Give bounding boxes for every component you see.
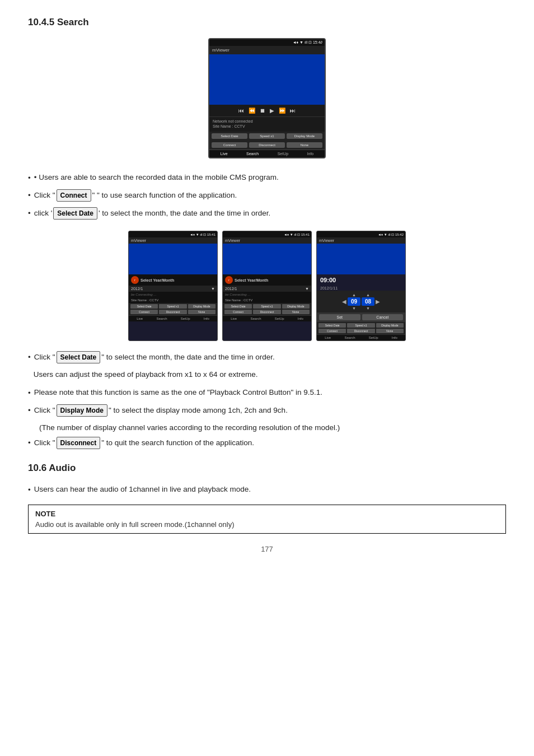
p1-btn-row1: Select Date Speed x1 Display Mode bbox=[129, 303, 217, 310]
display-mode-btn[interactable]: Display Mode bbox=[287, 133, 322, 139]
p3-nav-search[interactable]: Search bbox=[344, 336, 355, 339]
p3-hour-down[interactable]: ▼ bbox=[352, 306, 356, 310]
section2-text: Users can hear the audio of 1channel in … bbox=[34, 484, 251, 495]
p1-nav-live[interactable]: Live bbox=[137, 317, 143, 320]
phones-row: ◄♦ ▼ ıll ⊡ 15:41 mViewer r Select Year/M… bbox=[28, 231, 506, 341]
b2-1-text: Click "Select Date" to select the month,… bbox=[34, 351, 275, 363]
p3-title: mViewer bbox=[317, 237, 405, 244]
p3-time: 09:00 bbox=[317, 274, 405, 286]
btn-skip-back: ⏪ bbox=[249, 108, 255, 114]
p2-nav-info[interactable]: Info bbox=[298, 317, 303, 320]
p1-year-row: 2012/1 ▼ bbox=[129, 286, 217, 292]
connect-inline-btn: Connect bbox=[57, 189, 91, 202]
b2-6: • Click "Disconnect" to quit the search … bbox=[28, 437, 506, 449]
speed-btn[interactable]: Speed x1 bbox=[249, 133, 285, 139]
p2-btn5[interactable]: Disconnect bbox=[253, 310, 280, 314]
bullet-2: • Click "Connect" " to use search functi… bbox=[28, 189, 506, 202]
p2-select-row: r Select Year/Month bbox=[223, 274, 311, 286]
p3-set-cancel: Set Cancel bbox=[317, 312, 405, 322]
phone-screenshot-top: ◄♦ ▼ ıll ⊡ 15:4∂ mViewer ⏮ ⏪ ⏹ ▶ ⏩ ⏭ Net… bbox=[28, 38, 506, 158]
p2-btn3[interactable]: Display Mode bbox=[282, 304, 310, 309]
nav-search[interactable]: Search bbox=[246, 152, 259, 156]
phone-screen-3: ◄♦ ▼ ıll ⊡ 15:42 mViewer 09:00 2012/1/11… bbox=[316, 231, 406, 341]
b2-5-text: (The number of display channel varies ac… bbox=[39, 423, 340, 432]
p1-btn6[interactable]: None bbox=[188, 310, 216, 314]
p3-hour-up[interactable]: ▲ bbox=[352, 293, 356, 297]
select-date-btn[interactable]: Select Date bbox=[212, 133, 247, 139]
phone-screen-top: ◄♦ ▼ ıll ⊡ 15:4∂ mViewer ⏮ ⏪ ⏹ ▶ ⏩ ⏭ Net… bbox=[208, 38, 326, 158]
p2-btn6[interactable]: None bbox=[282, 310, 310, 314]
p3-btn1[interactable]: Select Date bbox=[318, 323, 346, 328]
p2-btn1[interactable]: Select Date bbox=[224, 304, 252, 309]
p2-select-label: Select Year/Month bbox=[235, 278, 268, 282]
bullets-section-1: • • Users are able to search the recorde… bbox=[28, 172, 506, 220]
select-date-inline-btn-2: Select Date bbox=[57, 351, 101, 363]
p1-btn1[interactable]: Select Date bbox=[130, 304, 158, 309]
p3-btn5[interactable]: Disconnect bbox=[347, 329, 374, 333]
p3-min-down[interactable]: ▼ bbox=[366, 306, 370, 310]
b2-1-dot: • bbox=[28, 352, 31, 363]
p3-picker: ◀ ▲ 09 ▼ ▲ 08 ▼ ▶ bbox=[317, 291, 405, 312]
p1-btn3[interactable]: Display Mode bbox=[188, 304, 216, 309]
p3-video bbox=[317, 244, 405, 274]
p3-nav-live[interactable]: Live bbox=[325, 336, 331, 339]
p3-min-col: ▲ 08 ▼ bbox=[362, 293, 374, 310]
p2-btn2[interactable]: Speed x1 bbox=[253, 304, 280, 309]
p2-year-row: 2012/1 ▼ bbox=[223, 286, 311, 292]
p1-nav-search[interactable]: Search bbox=[156, 317, 167, 320]
b2-6-dot: • bbox=[28, 437, 31, 449]
p3-btn4[interactable]: Connect bbox=[318, 329, 346, 333]
p1-site: Site Name : CCTV bbox=[129, 297, 217, 303]
phone-title: mViewer bbox=[209, 46, 325, 54]
p1-select-row: r Select Year/Month bbox=[129, 274, 217, 286]
p3-nav-info[interactable]: Info bbox=[392, 336, 397, 339]
p3-min-up[interactable]: ▲ bbox=[366, 293, 370, 297]
p3-hour-val: 09 bbox=[348, 297, 360, 306]
network-status: Network not connected bbox=[213, 119, 321, 123]
p2-btn4[interactable]: Connect bbox=[224, 310, 252, 314]
p2-select-icon: r bbox=[225, 276, 233, 284]
p2-nav-live[interactable]: Live bbox=[231, 317, 237, 320]
section2-title: 10.6 Audio bbox=[28, 463, 506, 474]
p3-min-val: 08 bbox=[362, 297, 374, 306]
bullet-1: • • Users are able to search the recorde… bbox=[28, 172, 506, 184]
nav-info[interactable]: Info bbox=[307, 152, 314, 156]
p1-select-label: Select Year/Month bbox=[140, 278, 174, 282]
b2-4-dot: • bbox=[28, 405, 31, 416]
b2-2: Users can adjust the speed of playback f… bbox=[28, 369, 506, 381]
p3-cancel-btn[interactable]: Cancel bbox=[362, 314, 404, 320]
status-bar: ◄♦ ▼ ıll ⊡ 15:4∂ bbox=[209, 39, 325, 46]
p1-btn4[interactable]: Connect bbox=[130, 310, 158, 314]
phone-btn-row2: Connect Disconnect None bbox=[209, 141, 325, 150]
p2-connecting: be Connecting ... bbox=[223, 292, 311, 297]
btn-skip-fwd: ⏩ bbox=[279, 108, 285, 114]
p1-nav-setup[interactable]: SetUp bbox=[181, 317, 190, 320]
phone-screen-2: ◄♦ ▼ ıll ⊡ 15:41 mViewer r Select Year/M… bbox=[222, 231, 312, 341]
disconnect-btn[interactable]: Disconnect bbox=[249, 142, 285, 148]
p1-status: ◄♦ ▼ ıll ⊡ 15:41 bbox=[129, 231, 217, 237]
section-title: 10.4.5 Search bbox=[28, 17, 506, 28]
nav-live[interactable]: Live bbox=[221, 152, 228, 156]
p3-nav-setup[interactable]: SetUp bbox=[369, 336, 378, 339]
p3-btn6[interactable]: None bbox=[376, 329, 404, 333]
connect-btn[interactable]: Connect bbox=[212, 142, 247, 148]
p2-nav-search[interactable]: Search bbox=[250, 317, 261, 320]
p1-btn5[interactable]: Disconnect bbox=[159, 310, 186, 314]
none-btn[interactable]: None bbox=[287, 142, 322, 148]
p1-nav-info[interactable]: Info bbox=[204, 317, 209, 320]
p3-set-btn[interactable]: Set bbox=[319, 314, 360, 320]
p3-left-arrow: ◀ bbox=[342, 298, 346, 305]
b2-3-dot: • bbox=[28, 388, 31, 399]
p1-video bbox=[129, 244, 217, 274]
phone-video bbox=[209, 54, 325, 105]
phone-screen-1: ◄♦ ▼ ıll ⊡ 15:41 mViewer r Select Year/M… bbox=[128, 231, 218, 341]
b2-3-text: Please note that this function is same a… bbox=[34, 387, 322, 398]
p2-nav-setup[interactable]: SetUp bbox=[275, 317, 284, 320]
nav-setup[interactable]: SetUp bbox=[278, 152, 288, 156]
p3-btn2[interactable]: Speed x1 bbox=[347, 323, 374, 328]
p1-btn2[interactable]: Speed x1 bbox=[159, 304, 186, 309]
p3-hour-col: ▲ 09 ▼ bbox=[348, 293, 360, 310]
section2-dot: • bbox=[28, 484, 31, 496]
p3-btn3[interactable]: Display Mode bbox=[376, 323, 404, 328]
p2-site: Site Name : CCTV bbox=[223, 297, 311, 303]
